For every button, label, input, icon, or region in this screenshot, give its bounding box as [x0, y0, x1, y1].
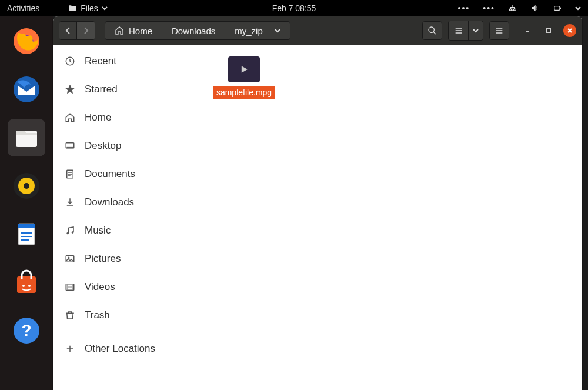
video-thumbnail — [228, 56, 260, 82]
maximize-icon — [546, 28, 552, 34]
documents-icon — [65, 169, 75, 179]
play-icon — [238, 64, 250, 75]
sidebar-label: Trash — [85, 309, 110, 321]
dock-files[interactable] — [8, 119, 45, 156]
app-menu[interactable]: Files — [68, 4, 108, 13]
svg-point-8 — [24, 183, 29, 189]
sidebar-label: Downloads — [85, 196, 134, 208]
dock-rhythmbox[interactable] — [8, 167, 45, 205]
desktop-icon — [65, 141, 75, 151]
sidebar-item-desktop[interactable]: Desktop — [53, 132, 191, 160]
sidebar-item-downloads[interactable]: Downloads — [53, 188, 191, 216]
clock-icon — [65, 56, 75, 66]
sidebar-item-recent[interactable]: Recent — [53, 47, 191, 75]
volume-icon[interactable] — [530, 4, 540, 13]
speaker-icon — [12, 172, 41, 200]
close-button[interactable] — [563, 24, 576, 37]
downloads-icon — [65, 197, 75, 208]
sidebar-label: Videos — [85, 281, 115, 293]
svg-rect-10 — [18, 224, 35, 228]
star-icon — [65, 84, 75, 95]
chevron-left-icon — [65, 27, 72, 34]
activities-button[interactable]: Activities — [7, 4, 39, 13]
sidebar-item-other[interactable]: Other Locations — [53, 335, 191, 363]
chevron-down-icon — [275, 28, 280, 34]
gnome-topbar: Activities Files Feb 7 08:55 ••• ••• — [0, 0, 588, 16]
clock[interactable]: Feb 7 08:55 — [272, 4, 316, 13]
path-current[interactable]: my_zip — [225, 21, 290, 40]
sidebar-item-home[interactable]: Home — [53, 104, 191, 132]
sidebar-item-pictures[interactable]: Pictures — [53, 245, 191, 273]
forward-button[interactable] — [77, 22, 95, 39]
sidebar-label: Desktop — [85, 140, 121, 152]
search-button[interactable] — [422, 21, 442, 40]
maximize-button[interactable] — [542, 24, 555, 37]
chevron-right-icon — [82, 27, 89, 34]
menu-icon — [495, 26, 504, 35]
back-button[interactable] — [59, 22, 77, 39]
sidebar-item-trash[interactable]: Trash — [53, 301, 191, 329]
sidebar-label: Documents — [85, 168, 135, 180]
file-item[interactable]: samplefile.mpg — [215, 56, 273, 99]
view-dropdown-button[interactable] — [469, 21, 483, 40]
sidebar-label: Home — [85, 112, 111, 124]
sidebar-separator — [53, 332, 191, 332]
dock-writer[interactable] — [8, 215, 45, 253]
sidebar-label: Music — [85, 225, 111, 236]
minimize-icon — [524, 28, 530, 34]
chevron-down-icon — [102, 5, 108, 11]
view-button-group — [448, 21, 483, 41]
tray-icon[interactable]: ••• — [483, 4, 495, 13]
close-icon — [567, 28, 573, 34]
thunderbird-icon — [12, 75, 41, 104]
svg-point-23 — [72, 232, 74, 234]
app-menu-label: Files — [81, 4, 98, 13]
places-sidebar: Recent Starred Home Desktop Documents Do… — [53, 45, 191, 390]
system-tray: ••• ••• — [458, 4, 581, 13]
path-current-label: my_zip — [235, 26, 263, 36]
list-icon — [454, 26, 463, 35]
pathbar: Home Downloads my_zip — [101, 21, 290, 40]
dock-help[interactable]: ? — [8, 312, 45, 349]
document-icon — [12, 220, 41, 248]
svg-text:?: ? — [21, 321, 31, 339]
svg-point-13 — [28, 285, 31, 287]
music-icon — [65, 225, 75, 236]
sidebar-label: Starred — [85, 84, 118, 95]
sidebar-item-music[interactable]: Music — [53, 216, 191, 245]
dock: ? — [0, 16, 53, 390]
sidebar-item-documents[interactable]: Documents — [53, 160, 191, 188]
shopping-bag-icon — [12, 268, 41, 296]
svg-point-22 — [67, 232, 69, 234]
videos-icon — [65, 282, 75, 292]
svg-rect-17 — [547, 29, 550, 32]
network-icon[interactable] — [508, 4, 517, 13]
dock-firefox[interactable] — [8, 22, 45, 60]
search-icon — [427, 26, 437, 35]
hamburger-button[interactable] — [489, 21, 509, 40]
svg-point-16 — [429, 27, 434, 32]
svg-point-12 — [22, 285, 25, 287]
pictures-icon — [65, 254, 75, 264]
plus-icon — [65, 344, 75, 354]
home-icon — [65, 112, 75, 123]
battery-icon[interactable] — [553, 4, 562, 13]
files-window: Home Downloads my_zip Recent Starred Hom… — [53, 16, 582, 390]
sidebar-item-starred[interactable]: Starred — [53, 75, 191, 104]
minimize-button[interactable] — [521, 24, 534, 37]
file-name-label: samplefile.mpg — [213, 86, 275, 99]
dock-software[interactable] — [8, 264, 45, 301]
home-icon — [115, 26, 124, 35]
path-downloads[interactable]: Downloads — [162, 21, 225, 40]
list-view-button[interactable] — [449, 21, 469, 40]
path-home-label: Home — [129, 26, 152, 36]
files-icon — [12, 124, 41, 152]
tray-icon[interactable]: ••• — [458, 4, 470, 13]
path-home[interactable]: Home — [105, 21, 162, 40]
window-controls — [521, 24, 576, 37]
sidebar-label: Pictures — [85, 253, 121, 265]
sidebar-item-videos[interactable]: Videos — [53, 273, 191, 301]
chevron-down-icon[interactable] — [575, 5, 581, 11]
dock-thunderbird[interactable] — [8, 71, 45, 108]
file-grid[interactable]: samplefile.mpg — [191, 45, 582, 390]
